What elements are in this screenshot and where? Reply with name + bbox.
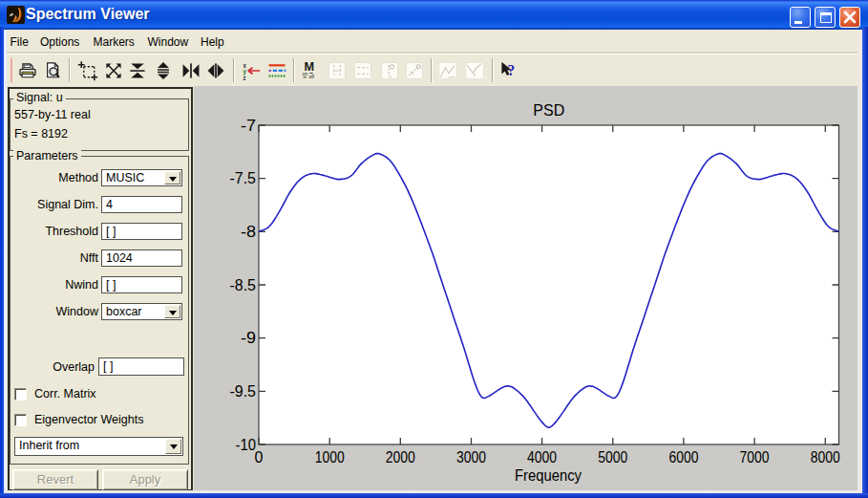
svg-text:8000: 8000 bbox=[811, 449, 840, 466]
svg-text:5000: 5000 bbox=[598, 449, 627, 466]
svg-text:-9: -9 bbox=[241, 330, 256, 346]
svg-text:3000: 3000 bbox=[456, 449, 486, 466]
svg-text:-10: -10 bbox=[236, 437, 257, 453]
svg-text:2000: 2000 bbox=[386, 449, 415, 466]
svg-text:Frequency: Frequency bbox=[515, 467, 582, 484]
svg-text:-7: -7 bbox=[241, 118, 256, 134]
svg-text:1000: 1000 bbox=[315, 449, 345, 466]
svg-text:-8: -8 bbox=[241, 224, 256, 240]
svg-text:-7.5: -7.5 bbox=[230, 170, 257, 186]
svg-text:4000: 4000 bbox=[527, 449, 557, 466]
svg-text:?: ? bbox=[507, 62, 515, 78]
svg-text:PSD: PSD bbox=[533, 101, 564, 119]
svg-text:off: off bbox=[308, 74, 314, 79]
svg-text:6000: 6000 bbox=[668, 449, 698, 466]
svg-text:-9.5: -9.5 bbox=[230, 383, 257, 400]
svg-text:z: z bbox=[243, 75, 246, 81]
svg-text:7000: 7000 bbox=[740, 449, 770, 466]
svg-text:-8.5: -8.5 bbox=[230, 277, 257, 293]
svg-text:on: on bbox=[303, 71, 308, 76]
